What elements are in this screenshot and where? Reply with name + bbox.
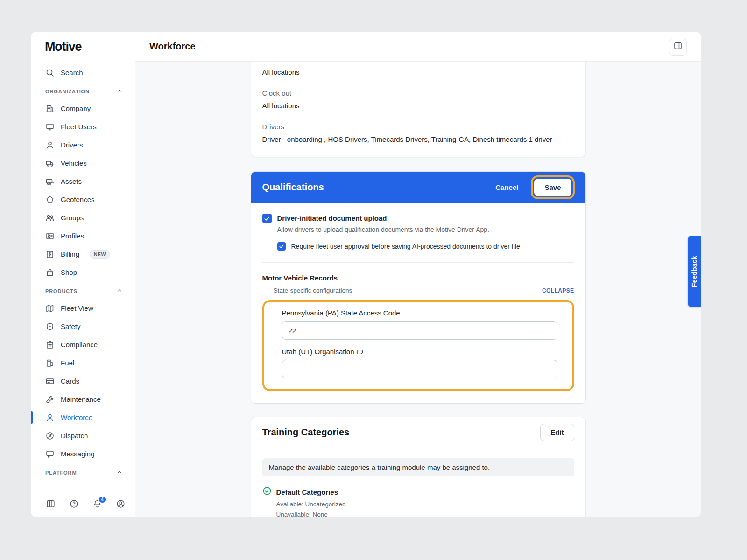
compass-icon bbox=[45, 431, 55, 441]
feedback-label: Feedback bbox=[691, 256, 698, 287]
sidebar-item-assets[interactable]: Assets bbox=[31, 172, 135, 190]
search-icon bbox=[45, 68, 55, 77]
ut-org-id-input[interactable] bbox=[282, 360, 557, 378]
sidebar-item-label: Vehicles bbox=[61, 159, 87, 167]
section-platform-header[interactable]: PLATFORM bbox=[31, 465, 135, 481]
trailer-icon bbox=[45, 177, 55, 186]
sidebar-item-label: Maintenance bbox=[61, 395, 101, 403]
pa-access-code-input[interactable] bbox=[282, 321, 557, 340]
main-area: Workforce All locations Clock out All lo… bbox=[135, 32, 701, 517]
clipboard-icon bbox=[45, 340, 55, 350]
sidebar-item-drivers[interactable]: Drivers bbox=[31, 136, 135, 154]
category-item-default: Default Categories Available: Uncategori… bbox=[262, 486, 574, 517]
sidebar-bottom-bar: 4 bbox=[31, 490, 135, 517]
drivers-value: Driver - onboarding , HOS Drivers, Timec… bbox=[262, 134, 574, 145]
edit-button[interactable]: Edit bbox=[540, 424, 574, 441]
monitor-icon bbox=[45, 122, 55, 132]
sidebar-item-shop[interactable]: Shop bbox=[31, 263, 135, 281]
header-icon-button[interactable] bbox=[669, 38, 687, 56]
sidebar-item-compliance[interactable]: Compliance bbox=[31, 336, 135, 354]
sidebar-item-label: Compliance bbox=[61, 341, 98, 349]
clock-in-value: All locations bbox=[262, 67, 574, 77]
whats-new-icon[interactable] bbox=[45, 499, 56, 509]
sidebar-item-company[interactable]: Company bbox=[31, 99, 135, 118]
divider bbox=[262, 262, 574, 263]
feedback-tab[interactable]: Feedback bbox=[688, 236, 701, 307]
section-label: ORGANIZATION bbox=[45, 89, 90, 94]
sidebar-item-cards[interactable]: Cards bbox=[31, 372, 135, 390]
approval-label: Require fleet user approval before savin… bbox=[291, 243, 520, 250]
qualifications-header: Qualifications Cancel Save bbox=[251, 172, 585, 203]
clock-out-value: All locations bbox=[262, 101, 574, 111]
wrench-icon bbox=[45, 395, 55, 404]
help-icon[interactable] bbox=[69, 499, 79, 509]
sidebar-item-label: Fleet Users bbox=[61, 123, 97, 131]
geofence-icon bbox=[45, 195, 55, 204]
sidebar-item-search[interactable]: Search bbox=[31, 63, 135, 82]
sidebar-item-profiles[interactable]: Profiles bbox=[31, 227, 135, 245]
driver-upload-checkbox[interactable] bbox=[262, 214, 272, 223]
driver-upload-description: Allow drivers to upload qualification do… bbox=[277, 226, 574, 233]
content-area: All locations Clock out All locations Dr… bbox=[135, 62, 701, 517]
sidebar-item-fleet-users[interactable]: Fleet Users bbox=[31, 118, 135, 136]
chat-bubble-icon bbox=[45, 449, 55, 459]
chevron-up-icon bbox=[116, 287, 123, 295]
fuel-pump-icon bbox=[45, 358, 55, 368]
sidebar-item-workforce[interactable]: Workforce bbox=[31, 408, 135, 427]
sidebar-item-geofences[interactable]: Geofences bbox=[31, 190, 135, 209]
account-icon[interactable] bbox=[115, 499, 126, 509]
sidebar-item-label: Dispatch bbox=[61, 432, 88, 440]
page-header: Workforce bbox=[135, 32, 701, 62]
annotation-highlight-box: Pennsylvania (PA) State Access Code Utah… bbox=[262, 300, 574, 391]
section-products-header[interactable]: PRODUCTS bbox=[31, 283, 135, 299]
page-title: Workforce bbox=[149, 41, 196, 52]
save-button[interactable]: Save bbox=[534, 179, 571, 196]
sidebar-item-label: Search bbox=[61, 69, 83, 77]
drivers-label: Drivers bbox=[262, 122, 574, 132]
sidebar-item-label: Workforce bbox=[61, 413, 92, 421]
sidebar-item-fuel[interactable]: Fuel bbox=[31, 354, 135, 372]
new-badge: NEW bbox=[90, 250, 110, 259]
id-card-icon bbox=[45, 231, 55, 241]
sidebar-item-label: Fuel bbox=[61, 359, 74, 367]
qualifications-card: Qualifications Cancel Save Driver-initia… bbox=[251, 171, 586, 404]
sidebar-item-vehicles[interactable]: Vehicles bbox=[31, 154, 135, 172]
training-categories-title: Training Categories bbox=[262, 427, 350, 438]
sidebar-item-label: Fleet View bbox=[61, 304, 93, 312]
motive-logo: Motive bbox=[31, 32, 135, 62]
sidebar-item-dispatch[interactable]: Dispatch bbox=[31, 427, 135, 445]
ut-org-id-label: Utah (UT) Organisation ID bbox=[282, 348, 557, 356]
mvr-section-title: Motor Vehicle Records bbox=[262, 274, 574, 282]
sidebar-item-maintenance[interactable]: Maintenance bbox=[31, 390, 135, 408]
approval-checkbox[interactable] bbox=[277, 242, 286, 251]
sidebar-item-fleet-view[interactable]: Fleet View bbox=[31, 299, 135, 317]
section-label: PLATFORM bbox=[45, 470, 77, 476]
motive-logo-text: Motive bbox=[45, 40, 81, 54]
sidebar-item-label: Cards bbox=[61, 377, 79, 385]
sidebar-item-billing[interactable]: Billing NEW bbox=[31, 245, 135, 263]
sidebar-item-label: Messaging bbox=[61, 450, 95, 458]
map-icon bbox=[673, 41, 683, 52]
sidebar-item-label: Safety bbox=[61, 322, 81, 330]
sidebar-item-label: Company bbox=[61, 105, 91, 112]
mvr-subtitle: State-specific configurations bbox=[274, 287, 352, 294]
notifications-bell-icon[interactable]: 4 bbox=[92, 499, 102, 509]
driver-upload-label: Driver-initiated document upload bbox=[277, 214, 387, 222]
info-banner: Manage the available categories a traini… bbox=[262, 458, 574, 476]
sidebar-item-label: Groups bbox=[61, 214, 84, 222]
training-categories-card: Training Categories Edit Manage the avai… bbox=[251, 417, 586, 517]
category-available: Available: Uncategorized bbox=[276, 501, 574, 508]
chevron-up-icon bbox=[116, 469, 123, 476]
time-settings-card: All locations Clock out All locations Dr… bbox=[251, 62, 586, 157]
collapse-link[interactable]: COLLAPSE bbox=[542, 287, 574, 294]
cancel-button[interactable]: Cancel bbox=[488, 179, 526, 196]
notification-badge: 4 bbox=[98, 496, 106, 504]
pa-access-code-label: Pennsylvania (PA) State Access Code bbox=[282, 309, 557, 317]
section-organization-header[interactable]: ORGANIZATION bbox=[31, 84, 135, 99]
sidebar-item-messaging[interactable]: Messaging bbox=[31, 445, 135, 463]
map-book-icon bbox=[45, 304, 55, 313]
sidebar-item-label: Assets bbox=[61, 177, 82, 185]
sidebar-item-groups[interactable]: Groups bbox=[31, 209, 135, 227]
sidebar-item-safety[interactable]: Safety bbox=[31, 317, 135, 336]
shopping-bag-icon bbox=[45, 268, 55, 277]
